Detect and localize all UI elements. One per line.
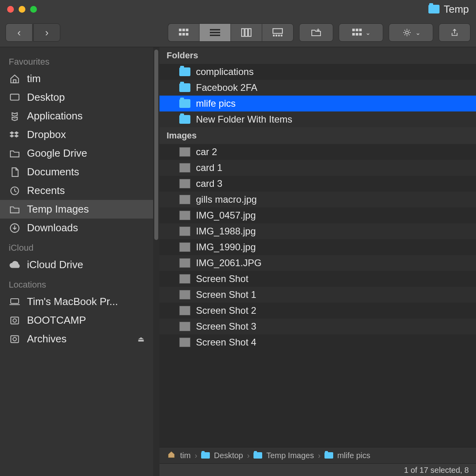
list-row[interactable]: IMG_1990.jpg: [159, 239, 476, 255]
image-thumbnail-icon: [179, 211, 190, 220]
sidebar-item[interactable]: Dropbox: [0, 125, 153, 144]
forward-button[interactable]: ›: [33, 23, 60, 42]
path-segment[interactable]: Temp Images: [266, 451, 314, 460]
sidebar-item[interactable]: Documents: [0, 163, 153, 181]
sidebar-item-label: iCloud Drive: [27, 259, 83, 271]
svg-rect-7: [210, 32, 220, 33]
list-row[interactable]: IMG_0457.jpg: [159, 207, 476, 223]
file-name: mlife pics: [196, 98, 236, 109]
svg-rect-30: [11, 299, 19, 303]
folder-icon: [9, 204, 21, 215]
nav-group: ‹ ›: [6, 23, 60, 42]
eject-icon[interactable]: ⏏: [138, 335, 144, 344]
action-menu-button[interactable]: ⌄: [389, 23, 433, 42]
recents-icon: [9, 186, 21, 196]
sidebar-item[interactable]: iCloud Drive: [0, 255, 153, 274]
share-button[interactable]: [439, 23, 470, 42]
sidebar-item[interactable]: Temp Images: [0, 200, 153, 219]
cloud-icon: [9, 260, 21, 270]
share-icon: [449, 28, 460, 37]
minimize-button[interactable]: [19, 6, 25, 13]
list-row[interactable]: card 1: [159, 160, 476, 176]
group-header: Folders: [159, 47, 476, 64]
sidebar-item-label: Recents: [27, 184, 65, 197]
list-row[interactable]: car 2: [159, 144, 476, 160]
chevron-down-icon: ⌄: [365, 29, 370, 36]
grid-icon: [178, 28, 189, 37]
back-button[interactable]: ‹: [6, 23, 33, 42]
sidebar-item[interactable]: Tim's MacBook Pr...: [0, 292, 153, 311]
new-folder-button[interactable]: [299, 23, 333, 42]
sidebar-item-label: Google Drive: [27, 147, 87, 159]
sidebar-item-label: Downloads: [27, 222, 78, 234]
folder-icon: [324, 452, 333, 459]
home-icon: [167, 451, 176, 461]
list-row[interactable]: gills macro.jpg: [159, 192, 476, 207]
list-view-button[interactable]: [199, 23, 230, 42]
icon-view-button[interactable]: [168, 23, 199, 42]
scrollbar-thumb[interactable]: [154, 50, 158, 240]
file-name: IMG_1988.jpg: [196, 226, 256, 237]
svg-rect-15: [278, 35, 280, 36]
svg-rect-13: [273, 35, 274, 36]
sidebar-item[interactable]: Downloads: [0, 219, 153, 237]
folder-icon: [253, 452, 262, 459]
gallery-icon: [273, 28, 283, 37]
path-segment[interactable]: Desktop: [214, 451, 243, 460]
svg-rect-10: [245, 29, 248, 36]
path-segment[interactable]: tim: [180, 451, 191, 460]
sidebar-item[interactable]: Recents: [0, 181, 153, 200]
sidebar-item[interactable]: BOOTCAMP: [0, 311, 153, 330]
column-view-button[interactable]: [230, 23, 262, 42]
path-segment[interactable]: mlife pics: [337, 451, 370, 460]
list-row[interactable]: Screen Shot 4: [159, 334, 476, 350]
sidebar-item-label: tim: [27, 73, 41, 85]
window-title: Temp: [443, 3, 469, 15]
list-row[interactable]: card 3: [159, 176, 476, 192]
sidebar-item[interactable]: Desktop: [0, 88, 153, 107]
svg-rect-0: [179, 29, 182, 31]
file-name: New Folder With Items: [196, 114, 292, 125]
gallery-view-button[interactable]: [262, 23, 294, 42]
list-row[interactable]: complications: [159, 64, 476, 80]
zoom-button[interactable]: [30, 6, 37, 13]
folder-icon: [9, 148, 21, 159]
list-row[interactable]: Screen Shot: [159, 271, 476, 287]
file-list: FolderscomplicationsFacebook 2FAmlife pi…: [159, 47, 476, 447]
file-name: car 2: [196, 146, 217, 157]
window-title-area: Temp: [428, 3, 469, 15]
sidebar-item-label: Archives: [27, 333, 67, 345]
folder-icon: [179, 67, 190, 76]
group-by-button[interactable]: ⌄: [339, 23, 383, 42]
svg-rect-26: [13, 80, 16, 83]
chevron-left-icon: ‹: [17, 27, 21, 38]
toolbar: ‹ › ⌄ ⌄: [0, 18, 476, 47]
svg-rect-16: [281, 35, 282, 36]
sidebar-item-label: BOOTCAMP: [27, 314, 86, 326]
file-name: Screen Shot 1: [196, 289, 256, 300]
list-row[interactable]: mlife pics: [159, 96, 476, 111]
list-row[interactable]: Screen Shot 1: [159, 287, 476, 303]
svg-rect-5: [186, 33, 188, 36]
window-controls: [7, 6, 37, 13]
image-thumbnail-icon: [179, 290, 190, 299]
file-name: Screen Shot 4: [196, 337, 256, 348]
list-row[interactable]: New Folder With Items: [159, 111, 476, 127]
list-row[interactable]: IMG_1988.jpg: [159, 223, 476, 239]
status-text: 1 of 17 selected, 8: [404, 466, 469, 475]
sidebar-item[interactable]: Google Drive: [0, 144, 153, 163]
image-thumbnail-icon: [179, 242, 190, 252]
sidebar-scrollbar[interactable]: [153, 47, 159, 476]
list-row[interactable]: Facebook 2FA: [159, 80, 476, 96]
list-row[interactable]: IMG_2061.JPG: [159, 255, 476, 271]
svg-rect-24: [359, 33, 362, 36]
disk-icon: [9, 315, 21, 326]
sidebar-item[interactable]: tim: [0, 69, 153, 88]
sidebar-item[interactable]: Applications: [0, 107, 153, 125]
image-thumbnail-icon: [179, 338, 190, 347]
list-row[interactable]: Screen Shot 3: [159, 319, 476, 334]
list-row[interactable]: Screen Shot 2: [159, 303, 476, 319]
close-button[interactable]: [7, 6, 14, 13]
sidebar-item[interactable]: Archives⏏: [0, 330, 153, 348]
doc-icon: [9, 167, 21, 177]
